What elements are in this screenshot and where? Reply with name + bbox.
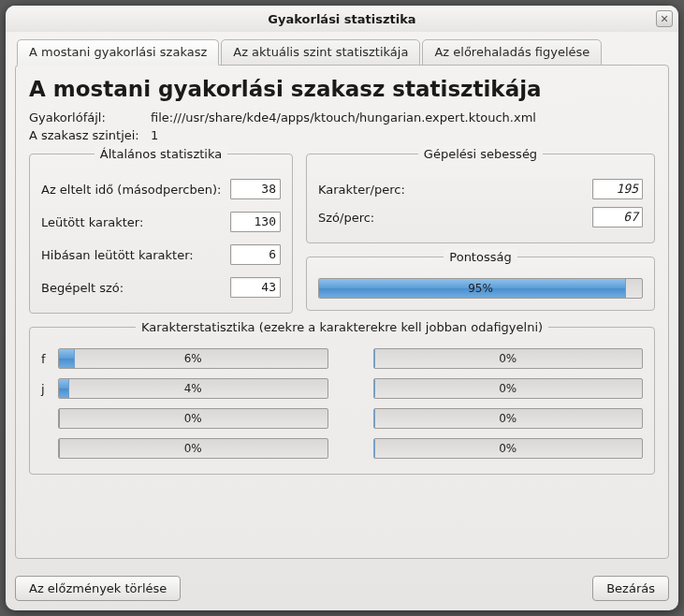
tabbar: A mostani gyakorlási szakasz Az aktuális… — [17, 39, 669, 66]
charstats-right-col: 0%0%0%0% — [357, 348, 644, 459]
group-speed-legend: Gépelési sebesség — [418, 147, 543, 161]
meta-levels: A szakasz szintjei: 1 — [29, 128, 655, 142]
accuracy-progress: 95% — [318, 278, 643, 299]
content-area: A mostani gyakorlási szakasz Az aktuális… — [6, 32, 678, 568]
group-accuracy-legend: Pontosság — [444, 250, 517, 264]
charstat-row: 0% — [41, 438, 328, 459]
wrong-label: Hibásan leütött karakter: — [41, 248, 194, 262]
charstat-value: 0% — [374, 409, 643, 428]
wpm-label: Szó/perc: — [318, 211, 374, 225]
group-general: Általános statisztika Az eltelt idő (más… — [29, 154, 293, 314]
close-button[interactable]: Bezárás — [592, 576, 669, 601]
charstat-value: 4% — [59, 379, 327, 398]
tab-current-session[interactable]: A mostani gyakorlási szakasz — [17, 39, 219, 66]
charstat-row: 0% — [357, 438, 644, 459]
group-accuracy: Pontosság 95% — [306, 257, 655, 311]
charstat-progress: 0% — [373, 408, 644, 429]
window-title: Gyakorlási statisztika — [268, 12, 415, 26]
charstat-row: 0% — [357, 408, 644, 429]
meta-file-value: file:///usr/share/kde4/apps/ktouch/hunga… — [151, 110, 536, 125]
charstat-progress: 0% — [373, 438, 644, 459]
charstat-progress: 0% — [58, 438, 328, 459]
typed-value: 130 — [230, 212, 281, 232]
page-title: A mostani gyakorlási szakasz statisztiká… — [29, 77, 655, 101]
group-general-legend: Általános statisztika — [95, 147, 227, 161]
charstat-progress: 4% — [58, 378, 328, 399]
tab-progress[interactable]: Az előrehaladás figyelése — [422, 39, 602, 66]
charstat-progress: 6% — [58, 348, 328, 369]
charstat-row: 0% — [357, 378, 644, 399]
accuracy-value: 95% — [319, 279, 642, 298]
tab-panel: A mostani gyakorlási szakasz statisztiká… — [15, 65, 669, 559]
wpm-value: 67 — [592, 207, 643, 227]
elapsed-label: Az eltelt idő (másodpercben): — [41, 183, 221, 197]
group-charstats: Karakterstatisztika (ezekre a karakterek… — [29, 327, 655, 475]
charstat-row: f6% — [41, 348, 328, 369]
cpm-value: 195 — [592, 179, 643, 199]
charstat-value: 0% — [59, 439, 327, 458]
charstat-value: 0% — [374, 379, 643, 398]
clear-history-button[interactable]: Az előzmények törlése — [15, 576, 181, 601]
charstat-value: 0% — [374, 439, 643, 458]
charstat-value: 0% — [374, 349, 643, 368]
close-icon[interactable]: ✕ — [656, 10, 673, 27]
charstat-row: 0% — [357, 348, 644, 369]
group-speed: Gépelési sebesség Karakter/perc: 195 Szó… — [306, 154, 655, 243]
words-label: Begépelt szó: — [41, 281, 124, 295]
group-charstats-legend: Karakterstatisztika (ezekre a karakterek… — [136, 320, 548, 334]
charstat-progress: 0% — [58, 408, 328, 429]
charstat-char: f — [41, 352, 51, 366]
footer: Az előzmények törlése Bezárás — [6, 568, 678, 610]
charstat-value: 0% — [59, 409, 327, 428]
titlebar[interactable]: Gyakorlási statisztika ✕ — [6, 6, 678, 32]
charstat-row: 0% — [41, 408, 328, 429]
charstats-left-col: f6%j4%0%0% — [41, 348, 328, 459]
cpm-label: Karakter/perc: — [318, 183, 405, 197]
meta-levels-label: A szakasz szintjei: — [29, 128, 151, 142]
elapsed-value: 38 — [230, 179, 281, 199]
charstat-progress: 0% — [373, 378, 644, 399]
meta-file-label: Gyakorlófájl: — [29, 110, 151, 125]
typed-label: Leütött karakter: — [41, 215, 143, 229]
dialog-window: Gyakorlási statisztika ✕ A mostani gyako… — [6, 6, 678, 610]
charstat-value: 6% — [59, 349, 327, 368]
charstat-row: j4% — [41, 378, 328, 399]
wrong-value: 6 — [230, 244, 281, 265]
tab-current-level[interactable]: Az aktuális szint statisztikája — [221, 39, 420, 66]
charstat-progress: 0% — [373, 348, 644, 369]
meta-file: Gyakorlófájl: file:///usr/share/kde4/app… — [29, 110, 655, 125]
words-value: 43 — [230, 277, 281, 298]
meta-levels-value: 1 — [151, 128, 158, 142]
charstat-char: j — [41, 382, 51, 396]
